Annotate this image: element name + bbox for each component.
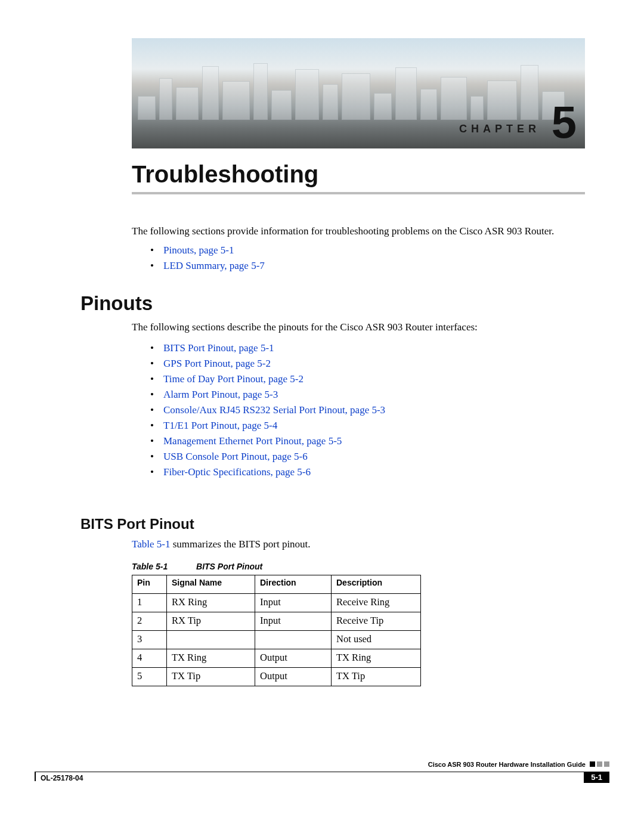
cell-direction: Output [255,649,332,668]
page-title: Troubleshooting [132,161,318,188]
toc-link[interactable]: Alarm Port Pinout, page 5-3 [163,389,278,400]
section-toc-pinouts: BITS Port Pinout, page 5-1 GPS Port Pino… [150,339,385,482]
toc-item: Pinouts, page 5-1 [150,244,265,256]
toc-item: GPS Port Pinout, page 5-2 [150,358,385,370]
table-row: 5 TX Tip Output TX Tip [132,668,421,686]
heading-pinouts: Pinouts [80,292,153,315]
toc-item: LED Summary, page 5-7 [150,260,265,272]
toc-item: Alarm Port Pinout, page 5-3 [150,389,385,401]
toc-item: T1/E1 Port Pinout, page 5-4 [150,420,385,432]
toc-item: BITS Port Pinout, page 5-1 [150,342,385,354]
cell-signal: RX Tip [167,612,255,631]
toc-link[interactable]: LED Summary, page 5-7 [163,260,265,271]
cell-signal: RX Ring [167,594,255,612]
section-toc-top: Pinouts, page 5-1 LED Summary, page 5-7 [150,241,265,275]
cell-direction [255,631,332,649]
table-row: 4 TX Ring Output TX Ring [132,649,421,668]
table-row: 1 RX Ring Input Receive Ring [132,594,421,612]
title-rule [132,192,585,194]
bits-pinout-table: Pin Signal Name Direction Description 1 … [132,575,421,686]
th-description: Description [332,575,421,594]
cell-pin: 4 [132,649,167,668]
toc-link[interactable]: Pinouts, page 5-1 [163,244,234,256]
cell-signal: TX Ring [167,649,255,668]
toc-link[interactable]: T1/E1 Port Pinout, page 5-4 [163,420,277,431]
th-direction: Direction [255,575,332,594]
footer-guide-title: Cisco ASR 903 Router Hardware Installati… [428,761,586,768]
toc-link[interactable]: Console/Aux RJ45 RS232 Serial Port Pinou… [163,404,385,416]
toc-item: Time of Day Port Pinout, page 5-2 [150,373,385,385]
toc-link[interactable]: Fiber-Optic Specifications, page 5-6 [163,466,311,478]
chapter-label: CHAPTER [459,123,540,135]
cell-direction: Output [255,668,332,686]
toc-item: USB Console Port Pinout, page 5-6 [150,451,385,463]
cell-description: Receive Ring [332,594,421,612]
footer-left-bar [35,772,36,781]
chapter-number: 5 [552,100,577,145]
table-caption-title: BITS Port Pinout [196,562,262,571]
cell-signal [167,631,255,649]
page: CHAPTER 5 Troubleshooting The following … [0,0,644,833]
cell-signal: TX Tip [167,668,255,686]
footer-ornament [590,761,609,767]
table-ref-link[interactable]: Table 5-1 [132,538,170,550]
cell-pin: 3 [132,631,167,649]
pinouts-intro: The following sections describe the pino… [132,321,585,333]
cell-description: TX Ring [332,649,421,668]
cell-description: Not used [332,631,421,649]
table-header-row: Pin Signal Name Direction Description [132,575,421,594]
footer-page-number: 5-1 [584,772,609,783]
cell-pin: 5 [132,668,167,686]
toc-link[interactable]: USB Console Port Pinout, page 5-6 [163,451,308,462]
toc-item: Console/Aux RJ45 RS232 Serial Port Pinou… [150,404,385,416]
th-pin: Pin [132,575,167,594]
page-footer: Cisco ASR 903 Router Hardware Installati… [35,762,609,798]
cell-pin: 2 [132,612,167,631]
cell-direction: Input [255,612,332,631]
cell-pin: 1 [132,594,167,612]
table-ref-rest: summarizes the BITS port pinout. [170,538,310,550]
toc-link[interactable]: Management Ethernet Port Pinout, page 5-… [163,435,342,447]
heading-bits-port: BITS Port Pinout [80,516,194,532]
cell-direction: Input [255,594,332,612]
cell-description: TX Tip [332,668,421,686]
table-caption-label: Table 5-1 [132,562,168,571]
intro-paragraph: The following sections provide informati… [132,224,585,239]
cell-description: Receive Tip [332,612,421,631]
table-caption: Table 5-1 BITS Port Pinout [132,562,262,571]
toc-item: Management Ethernet Port Pinout, page 5-… [150,435,385,447]
banner-skyline [132,63,585,120]
table-row: 3 Not used [132,631,421,649]
th-signal: Signal Name [167,575,255,594]
table-reference: Table 5-1 summarizes the BITS port pinou… [132,538,311,550]
table-row: 2 RX Tip Input Receive Tip [132,612,421,631]
toc-item: Fiber-Optic Specifications, page 5-6 [150,466,385,478]
toc-link[interactable]: GPS Port Pinout, page 5-2 [163,358,271,369]
toc-link[interactable]: BITS Port Pinout, page 5-1 [163,342,274,354]
chapter-banner: CHAPTER 5 [132,38,585,148]
footer-rule [35,772,609,772]
toc-link[interactable]: Time of Day Port Pinout, page 5-2 [163,373,304,385]
footer-doc-number: OL-25178-04 [41,774,83,782]
